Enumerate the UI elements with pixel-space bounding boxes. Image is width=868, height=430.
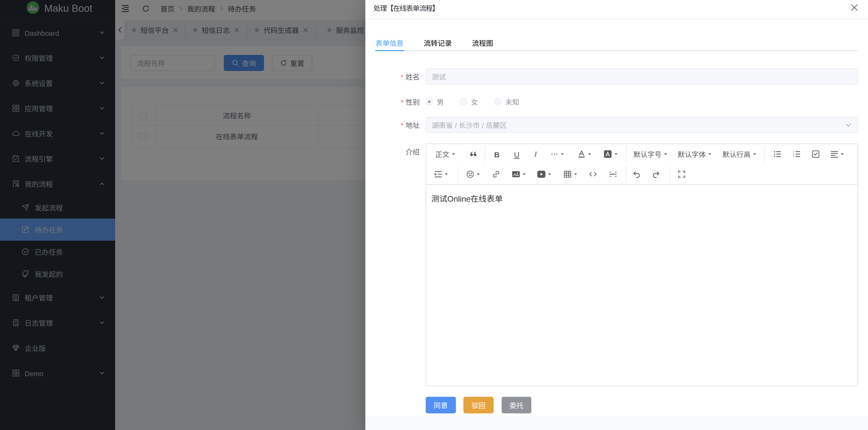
svg-text:3: 3 [793,154,794,158]
